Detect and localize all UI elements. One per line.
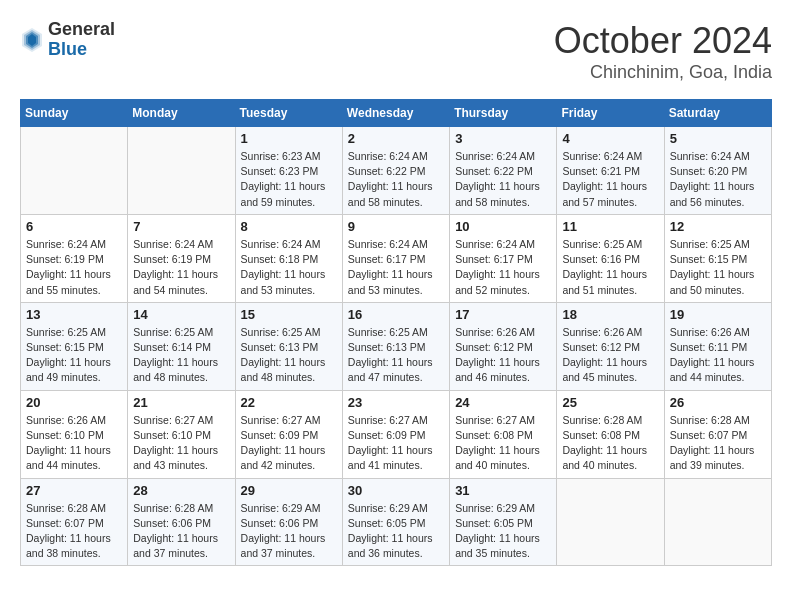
day-number: 2 [348, 131, 444, 146]
day-cell: 30Sunrise: 6:29 AMSunset: 6:05 PMDayligh… [342, 478, 449, 566]
day-cell: 21Sunrise: 6:27 AMSunset: 6:10 PMDayligh… [128, 390, 235, 478]
day-number: 29 [241, 483, 337, 498]
day-cell: 15Sunrise: 6:25 AMSunset: 6:13 PMDayligh… [235, 302, 342, 390]
logo-general: General [48, 20, 115, 40]
day-number: 9 [348, 219, 444, 234]
header-row: SundayMondayTuesdayWednesdayThursdayFrid… [21, 100, 772, 127]
week-row-4: 20Sunrise: 6:26 AMSunset: 6:10 PMDayligh… [21, 390, 772, 478]
day-info: Sunrise: 6:23 AMSunset: 6:23 PMDaylight:… [241, 149, 337, 210]
day-number: 31 [455, 483, 551, 498]
day-number: 20 [26, 395, 122, 410]
day-number: 21 [133, 395, 229, 410]
day-info: Sunrise: 6:29 AMSunset: 6:05 PMDaylight:… [348, 501, 444, 562]
day-cell: 18Sunrise: 6:26 AMSunset: 6:12 PMDayligh… [557, 302, 664, 390]
day-number: 12 [670, 219, 766, 234]
day-info: Sunrise: 6:25 AMSunset: 6:15 PMDaylight:… [670, 237, 766, 298]
day-number: 22 [241, 395, 337, 410]
day-info: Sunrise: 6:24 AMSunset: 6:18 PMDaylight:… [241, 237, 337, 298]
day-info: Sunrise: 6:27 AMSunset: 6:10 PMDaylight:… [133, 413, 229, 474]
day-info: Sunrise: 6:24 AMSunset: 6:21 PMDaylight:… [562, 149, 658, 210]
week-row-1: 1Sunrise: 6:23 AMSunset: 6:23 PMDaylight… [21, 127, 772, 215]
day-cell: 5Sunrise: 6:24 AMSunset: 6:20 PMDaylight… [664, 127, 771, 215]
day-number: 27 [26, 483, 122, 498]
day-cell [664, 478, 771, 566]
day-cell: 12Sunrise: 6:25 AMSunset: 6:15 PMDayligh… [664, 214, 771, 302]
day-number: 15 [241, 307, 337, 322]
day-cell: 9Sunrise: 6:24 AMSunset: 6:17 PMDaylight… [342, 214, 449, 302]
day-info: Sunrise: 6:25 AMSunset: 6:13 PMDaylight:… [241, 325, 337, 386]
day-cell: 11Sunrise: 6:25 AMSunset: 6:16 PMDayligh… [557, 214, 664, 302]
day-info: Sunrise: 6:26 AMSunset: 6:12 PMDaylight:… [562, 325, 658, 386]
day-number: 14 [133, 307, 229, 322]
day-info: Sunrise: 6:29 AMSunset: 6:06 PMDaylight:… [241, 501, 337, 562]
day-info: Sunrise: 6:24 AMSunset: 6:19 PMDaylight:… [133, 237, 229, 298]
day-info: Sunrise: 6:24 AMSunset: 6:17 PMDaylight:… [455, 237, 551, 298]
day-cell: 6Sunrise: 6:24 AMSunset: 6:19 PMDaylight… [21, 214, 128, 302]
day-info: Sunrise: 6:26 AMSunset: 6:12 PMDaylight:… [455, 325, 551, 386]
day-number: 5 [670, 131, 766, 146]
day-info: Sunrise: 6:27 AMSunset: 6:09 PMDaylight:… [241, 413, 337, 474]
day-number: 28 [133, 483, 229, 498]
day-info: Sunrise: 6:24 AMSunset: 6:20 PMDaylight:… [670, 149, 766, 210]
day-info: Sunrise: 6:27 AMSunset: 6:08 PMDaylight:… [455, 413, 551, 474]
day-number: 8 [241, 219, 337, 234]
location-title: Chinchinim, Goa, India [554, 62, 772, 83]
day-cell: 23Sunrise: 6:27 AMSunset: 6:09 PMDayligh… [342, 390, 449, 478]
header-cell-friday: Friday [557, 100, 664, 127]
header-cell-sunday: Sunday [21, 100, 128, 127]
day-info: Sunrise: 6:28 AMSunset: 6:06 PMDaylight:… [133, 501, 229, 562]
day-info: Sunrise: 6:26 AMSunset: 6:10 PMDaylight:… [26, 413, 122, 474]
day-number: 7 [133, 219, 229, 234]
day-cell: 14Sunrise: 6:25 AMSunset: 6:14 PMDayligh… [128, 302, 235, 390]
day-cell [21, 127, 128, 215]
day-number: 3 [455, 131, 551, 146]
day-cell: 31Sunrise: 6:29 AMSunset: 6:05 PMDayligh… [450, 478, 557, 566]
day-info: Sunrise: 6:24 AMSunset: 6:17 PMDaylight:… [348, 237, 444, 298]
day-cell: 1Sunrise: 6:23 AMSunset: 6:23 PMDaylight… [235, 127, 342, 215]
day-number: 19 [670, 307, 766, 322]
day-cell: 13Sunrise: 6:25 AMSunset: 6:15 PMDayligh… [21, 302, 128, 390]
day-cell [557, 478, 664, 566]
day-info: Sunrise: 6:28 AMSunset: 6:07 PMDaylight:… [26, 501, 122, 562]
header-cell-tuesday: Tuesday [235, 100, 342, 127]
day-cell: 27Sunrise: 6:28 AMSunset: 6:07 PMDayligh… [21, 478, 128, 566]
header-cell-thursday: Thursday [450, 100, 557, 127]
week-row-5: 27Sunrise: 6:28 AMSunset: 6:07 PMDayligh… [21, 478, 772, 566]
day-info: Sunrise: 6:24 AMSunset: 6:19 PMDaylight:… [26, 237, 122, 298]
day-cell: 2Sunrise: 6:24 AMSunset: 6:22 PMDaylight… [342, 127, 449, 215]
day-cell: 16Sunrise: 6:25 AMSunset: 6:13 PMDayligh… [342, 302, 449, 390]
logo-blue: Blue [48, 40, 115, 60]
day-cell: 25Sunrise: 6:28 AMSunset: 6:08 PMDayligh… [557, 390, 664, 478]
day-cell: 24Sunrise: 6:27 AMSunset: 6:08 PMDayligh… [450, 390, 557, 478]
header-cell-monday: Monday [128, 100, 235, 127]
logo-icon [20, 26, 44, 54]
day-cell: 4Sunrise: 6:24 AMSunset: 6:21 PMDaylight… [557, 127, 664, 215]
day-cell: 22Sunrise: 6:27 AMSunset: 6:09 PMDayligh… [235, 390, 342, 478]
day-cell: 17Sunrise: 6:26 AMSunset: 6:12 PMDayligh… [450, 302, 557, 390]
day-number: 18 [562, 307, 658, 322]
day-info: Sunrise: 6:24 AMSunset: 6:22 PMDaylight:… [348, 149, 444, 210]
day-cell: 3Sunrise: 6:24 AMSunset: 6:22 PMDaylight… [450, 127, 557, 215]
day-info: Sunrise: 6:27 AMSunset: 6:09 PMDaylight:… [348, 413, 444, 474]
calendar-header: SundayMondayTuesdayWednesdayThursdayFrid… [21, 100, 772, 127]
day-cell: 28Sunrise: 6:28 AMSunset: 6:06 PMDayligh… [128, 478, 235, 566]
day-number: 10 [455, 219, 551, 234]
day-number: 16 [348, 307, 444, 322]
calendar-body: 1Sunrise: 6:23 AMSunset: 6:23 PMDaylight… [21, 127, 772, 566]
week-row-3: 13Sunrise: 6:25 AMSunset: 6:15 PMDayligh… [21, 302, 772, 390]
day-info: Sunrise: 6:25 AMSunset: 6:13 PMDaylight:… [348, 325, 444, 386]
calendar-table: SundayMondayTuesdayWednesdayThursdayFrid… [20, 99, 772, 566]
day-cell [128, 127, 235, 215]
logo-text: General Blue [48, 20, 115, 60]
day-number: 4 [562, 131, 658, 146]
day-number: 24 [455, 395, 551, 410]
day-number: 17 [455, 307, 551, 322]
day-number: 30 [348, 483, 444, 498]
page-header: General Blue October 2024 Chinchinim, Go… [20, 20, 772, 83]
day-cell: 8Sunrise: 6:24 AMSunset: 6:18 PMDaylight… [235, 214, 342, 302]
day-cell: 29Sunrise: 6:29 AMSunset: 6:06 PMDayligh… [235, 478, 342, 566]
logo: General Blue [20, 20, 115, 60]
day-info: Sunrise: 6:28 AMSunset: 6:07 PMDaylight:… [670, 413, 766, 474]
day-cell: 7Sunrise: 6:24 AMSunset: 6:19 PMDaylight… [128, 214, 235, 302]
week-row-2: 6Sunrise: 6:24 AMSunset: 6:19 PMDaylight… [21, 214, 772, 302]
